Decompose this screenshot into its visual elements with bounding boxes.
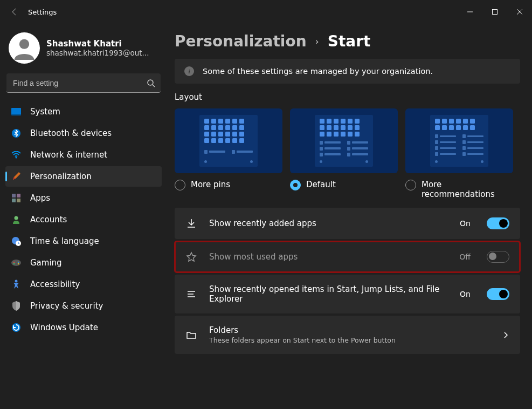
setting-title: Show most used apps <box>209 252 447 262</box>
sidebar-item-bluetooth[interactable]: Bluetooth & devices <box>5 123 162 144</box>
setting-subtitle: These folders appear on Start next to th… <box>209 336 490 344</box>
sidebar-item-label: Windows Update <box>30 323 98 332</box>
paintbrush-icon <box>11 171 22 182</box>
search-icon <box>147 79 155 87</box>
sidebar-item-system[interactable]: System <box>5 101 162 122</box>
sidebar-item-time-language[interactable]: Time & language <box>5 231 162 251</box>
sidebar-item-label: Bluetooth & devices <box>30 128 112 138</box>
breadcrumb-current: Start <box>328 32 371 50</box>
sidebar-item-apps[interactable]: Apps <box>5 188 162 208</box>
radio-more-pins[interactable] <box>175 180 185 190</box>
setting-state: Off <box>459 253 471 261</box>
search-input[interactable] <box>6 73 161 93</box>
chevron-right-icon: › <box>315 36 319 47</box>
setting-state: On <box>460 219 471 228</box>
sidebar-item-windows-update[interactable]: Windows Update <box>5 317 162 338</box>
system-icon <box>11 106 22 117</box>
radio-label: More recommendations <box>422 180 513 199</box>
svg-point-2 <box>148 80 153 85</box>
setting-recent-items[interactable]: Show recently opened items in Start, Jum… <box>175 275 520 313</box>
radio-label: More pins <box>191 180 230 189</box>
window-title: Settings <box>28 8 57 16</box>
chevron-right-icon <box>502 331 509 339</box>
svg-point-16 <box>18 262 19 263</box>
svg-rect-9 <box>12 199 16 202</box>
radio-more-recommendations[interactable] <box>405 180 416 190</box>
star-icon <box>185 251 197 263</box>
shield-icon <box>11 301 22 311</box>
user-email: shashwat.khatri1993@out... <box>46 49 149 57</box>
sidebar-item-network[interactable]: Network & internet <box>5 145 162 165</box>
download-icon <box>185 217 197 229</box>
minimize-button[interactable] <box>458 3 482 21</box>
bluetooth-icon <box>11 128 22 139</box>
setting-title: Show recently opened items in Start, Jum… <box>209 284 448 304</box>
org-management-banner: i Some of these settings are managed by … <box>175 59 520 84</box>
layout-heading: Layout <box>175 92 520 102</box>
sidebar-item-label: System <box>30 107 60 117</box>
sidebar-item-personalization[interactable]: Personalization <box>5 166 162 187</box>
search-box[interactable] <box>6 73 161 93</box>
setting-title: Folders <box>209 325 490 335</box>
svg-point-14 <box>11 260 21 266</box>
sidebar-item-privacy[interactable]: Privacy & security <box>5 296 162 316</box>
setting-recently-added[interactable]: Show recently added apps On <box>175 208 520 239</box>
setting-folders[interactable]: Folders These folders appear on Start ne… <box>175 316 520 354</box>
layout-option-default[interactable] <box>290 108 398 173</box>
setting-title: Show recently added apps <box>209 219 448 228</box>
sidebar-item-label: Apps <box>30 193 50 203</box>
svg-point-17 <box>13 263 15 264</box>
sidebar-item-label: Privacy & security <box>30 301 103 311</box>
folder-icon <box>185 329 197 341</box>
svg-rect-0 <box>493 10 498 15</box>
svg-point-15 <box>13 262 15 263</box>
sidebar-item-label: Accounts <box>30 215 67 224</box>
svg-rect-10 <box>17 199 20 202</box>
svg-point-1 <box>19 39 29 49</box>
sidebar-item-label: Gaming <box>30 258 62 268</box>
layout-option-more-pins[interactable] <box>175 108 282 173</box>
person-icon <box>11 214 22 225</box>
setting-most-used: Show most used apps Off <box>175 241 520 272</box>
clock-globe-icon <box>11 236 22 247</box>
sidebar-item-label: Personalization <box>30 172 92 181</box>
toggle-recently-added[interactable] <box>487 217 509 229</box>
toggle-recent-items[interactable] <box>487 288 509 300</box>
banner-text: Some of these settings are managed by yo… <box>203 67 433 76</box>
gamepad-icon <box>11 257 22 268</box>
sidebar-item-label: Network & internet <box>30 150 107 160</box>
svg-rect-7 <box>12 194 16 197</box>
breadcrumb: Personalization › Start <box>175 32 520 50</box>
sidebar-item-gaming[interactable]: Gaming <box>5 253 162 273</box>
toggle-most-used <box>487 251 509 263</box>
sidebar-item-accessibility[interactable]: Accessibility <box>5 274 162 295</box>
back-button[interactable] <box>5 3 24 21</box>
layout-option-more-recommendations[interactable] <box>405 108 513 173</box>
apps-icon <box>11 193 22 203</box>
svg-point-19 <box>15 280 18 283</box>
sidebar-item-label: Accessibility <box>30 280 80 289</box>
setting-state: On <box>460 290 471 298</box>
svg-rect-4 <box>11 114 21 115</box>
user-profile[interactable]: Shashwat Khatri shashwat.khatri1993@out.… <box>5 28 162 73</box>
radio-label: Default <box>306 180 336 189</box>
avatar <box>9 32 40 64</box>
svg-point-11 <box>15 216 18 220</box>
breadcrumb-parent[interactable]: Personalization <box>175 32 307 50</box>
update-icon <box>11 322 22 333</box>
accessibility-icon <box>11 279 22 290</box>
svg-rect-8 <box>17 194 20 197</box>
list-icon <box>185 288 197 300</box>
user-name: Shashwat Khatri <box>46 39 149 49</box>
svg-point-18 <box>18 263 19 264</box>
svg-point-6 <box>16 157 17 159</box>
info-icon: i <box>184 66 194 76</box>
wifi-icon <box>11 149 22 160</box>
sidebar-item-accounts[interactable]: Accounts <box>5 209 162 230</box>
radio-default[interactable] <box>290 180 301 190</box>
sidebar-item-label: Time & language <box>30 236 99 246</box>
close-button[interactable] <box>507 3 532 21</box>
maximize-button[interactable] <box>482 3 507 21</box>
